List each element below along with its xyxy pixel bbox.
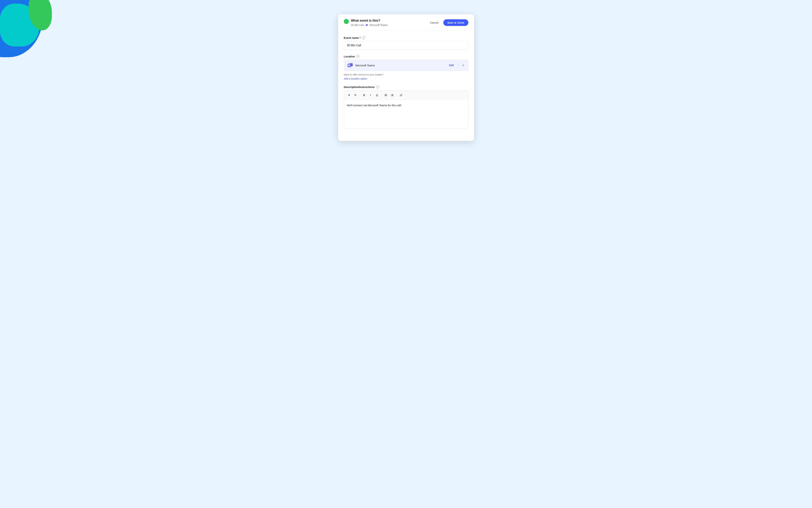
svg-rect-8 — [348, 65, 351, 67]
link-icon — [400, 94, 403, 96]
event-name-label-text: Event name * — [344, 36, 361, 39]
location-hint: Want to offer choices to your invitee? — [344, 73, 468, 76]
toolbar-ordered-list-button[interactable]: 1. 2. 3. — [390, 92, 395, 98]
toolbar-undo-button[interactable]: ↺ — [346, 92, 352, 98]
description-info-icon[interactable]: i — [376, 85, 379, 88]
svg-rect-2 — [366, 25, 367, 26]
location-item-teams: Microsoft Teams Edit × — [344, 60, 468, 71]
modal-header: What event is this? 30 Min Call, Microso… — [338, 14, 474, 30]
description-label-text: Description/Instructions — [344, 85, 375, 88]
event-modal: What event is this? 30 Min Call, Microso… — [338, 14, 474, 141]
event-type-icon — [344, 19, 349, 24]
svg-rect-20 — [392, 96, 393, 96]
location-name: Microsoft Teams — [356, 64, 446, 67]
location-info-icon[interactable]: i — [356, 55, 360, 58]
editor-toolbar: ↺ ↻ B I U — [344, 90, 468, 100]
toolbar-link-button[interactable] — [398, 92, 404, 98]
subtitle-platform: Microsoft Teams — [369, 24, 388, 27]
save-close-button[interactable]: Save & Close — [443, 19, 468, 26]
toolbar-bold-button[interactable]: B — [361, 92, 367, 98]
svg-text:3.: 3. — [391, 95, 392, 96]
header-text-block: What event is this? 30 Min Call, Microso… — [351, 18, 388, 27]
toolbar-bullet-list-button[interactable] — [383, 92, 389, 98]
subtitle-event-name: 30 Min Call, — [351, 24, 364, 27]
teams-logo — [347, 62, 353, 69]
modal-body: Event name * i Location i — [338, 30, 474, 141]
add-location-link[interactable]: Add a location option — [344, 77, 367, 80]
ordered-list-icon: 1. 2. 3. — [391, 94, 394, 96]
event-name-section: Event name * i — [344, 36, 468, 50]
description-editor: ↺ ↻ B I U — [344, 90, 468, 129]
svg-rect-16 — [392, 94, 393, 95]
svg-rect-10 — [385, 94, 387, 95]
svg-rect-14 — [385, 96, 387, 96]
location-label-text: Location — [344, 55, 355, 58]
page-container: What event is this? 30 Min Call, Microso… — [0, 0, 812, 508]
modal-header-left: What event is this? 30 Min Call, Microso… — [344, 18, 388, 27]
svg-point-13 — [384, 96, 385, 96]
location-divider — [458, 64, 458, 67]
teams-icon-small — [365, 24, 368, 27]
location-section: Location i Microsoft Teams Edit — [344, 55, 468, 80]
toolbar-italic-button[interactable]: I — [368, 92, 373, 98]
event-name-label: Event name * i — [344, 36, 468, 39]
event-name-input[interactable] — [344, 41, 468, 50]
svg-point-9 — [384, 94, 385, 95]
description-content[interactable]: We'll connect via Microsoft Teams for th… — [344, 100, 468, 129]
modal-subtitle: 30 Min Call, Microsoft Teams — [351, 24, 388, 27]
toolbar-separator-1 — [360, 93, 360, 97]
svg-point-6 — [350, 63, 352, 65]
svg-point-11 — [384, 95, 385, 95]
modal-title: What event is this? — [351, 18, 388, 23]
toolbar-underline-button[interactable]: U — [374, 92, 380, 98]
svg-rect-18 — [392, 95, 393, 95]
svg-point-1 — [367, 24, 367, 25]
toolbar-separator-3 — [397, 93, 397, 97]
svg-rect-12 — [385, 95, 387, 95]
location-edit-button[interactable]: Edit — [448, 63, 455, 68]
svg-point-3 — [366, 24, 367, 25]
location-remove-button[interactable]: × — [461, 63, 465, 68]
location-label: Location i — [344, 55, 468, 58]
bullet-list-icon — [384, 94, 387, 96]
required-star: * — [360, 36, 361, 39]
event-name-info-icon[interactable]: i — [362, 36, 365, 39]
description-section: Description/Instructions i ↺ ↻ B I U — [344, 85, 468, 129]
toolbar-redo-button[interactable]: ↻ — [353, 92, 358, 98]
description-label: Description/Instructions i — [344, 85, 468, 88]
cancel-button[interactable]: Cancel — [428, 20, 441, 26]
modal-header-actions: Cancel Save & Close — [428, 19, 468, 26]
